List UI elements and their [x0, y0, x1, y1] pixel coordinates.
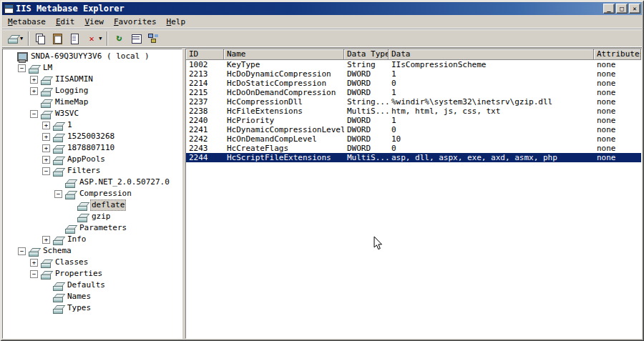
cell-name: HcDynamicCompressionLevel [224, 125, 344, 134]
tree-item-label: 1 [66, 120, 74, 130]
menu-item-view[interactable]: View [79, 16, 109, 28]
table-row-2237[interactable]: 2237HcCompressionDllString...%windir%\sy… [186, 97, 641, 107]
expand-icon[interactable]: + [30, 76, 38, 84]
column-header-data-type[interactable]: Data Type [344, 49, 389, 60]
tree-item-label: Types [66, 303, 92, 313]
expand-icon[interactable]: + [42, 236, 50, 244]
cell-attributes: none [594, 88, 641, 97]
expand-icon[interactable]: + [42, 122, 50, 129]
table-row-2238[interactable]: 2238HcFileExtensionsMultiS...htm, html, … [186, 107, 641, 116]
refresh-button[interactable] [110, 31, 127, 46]
collapse-icon[interactable]: − [42, 167, 50, 175]
tree-item-1[interactable]: +1 [3, 119, 182, 131]
network-icon [147, 33, 159, 44]
tree-item-deflate[interactable]: deflate [3, 199, 182, 211]
expand-icon[interactable]: + [30, 87, 38, 95]
cell-name: HcDoDynamicCompression [224, 69, 344, 79]
collapse-icon[interactable]: − [18, 64, 26, 72]
expand-icon[interactable]: + [30, 259, 38, 267]
tree-item-iisadmin[interactable]: +IISADMIN [3, 74, 182, 85]
connect-button[interactable] [145, 31, 162, 46]
tree-item-logging[interactable]: +Logging [3, 85, 182, 97]
maximize-button[interactable]: □ [616, 4, 628, 14]
menu-item-favorites[interactable]: Favorites [109, 16, 162, 28]
tree-item-parameters[interactable]: Parameters [3, 222, 182, 234]
table-row-2243[interactable]: 2243HcCreateFlagsDWORD0none [186, 144, 641, 153]
tree-item-label: ASP.NET_2.0.50727.0 [78, 177, 171, 187]
expand-icon[interactable]: + [42, 144, 50, 152]
table-row-2244[interactable]: 2244HcScriptFileExtensionsMultiS...asp, … [186, 153, 641, 162]
tree-item-apppools[interactable]: +AppPools [3, 154, 182, 165]
dropdown-caret-icon[interactable]: ▼ [20, 31, 23, 46]
tree-item-asp-net-2-0-50727-0[interactable]: ASP.NET_2.0.50727.0 [3, 177, 182, 188]
delete-button[interactable]: ▼ [83, 31, 104, 46]
tree-item-types[interactable]: Types [3, 302, 182, 314]
table-row-2241[interactable]: 2241HcDynamicCompressionLevelDWORD0none [186, 125, 641, 134]
cell-name: HcScriptFileExtensions [224, 153, 344, 162]
key-icon [40, 97, 52, 107]
cell-data-type: MultiS... [344, 153, 389, 162]
computer-icon [16, 51, 27, 61]
cell-attributes: none [594, 60, 641, 69]
tree-item-w3svc[interactable]: −W3SVC [3, 108, 182, 119]
collapse-icon[interactable]: − [30, 110, 38, 118]
tree-item-properties[interactable]: −Properties [3, 268, 182, 280]
minimize-button[interactable]: _ [603, 4, 615, 14]
cell-name: HcCreateFlags [224, 144, 344, 153]
tree-item-label: Names [66, 292, 92, 302]
cell-name: KeyType [224, 60, 344, 69]
tree-item-1878807110[interactable]: +1878807110 [3, 142, 182, 154]
tree-item-label: 1878807110 [66, 143, 116, 153]
column-header-attributes[interactable]: Attributes [594, 49, 641, 60]
cell-attributes: none [594, 69, 641, 79]
expand-icon[interactable]: + [42, 133, 50, 141]
table-row-2213[interactable]: 2213HcDoDynamicCompressionDWORD1none [186, 69, 641, 79]
paste-button[interactable] [49, 31, 66, 46]
tree-item-info[interactable]: +Info [3, 234, 182, 245]
collapse-icon[interactable]: − [54, 190, 62, 198]
tree-item-filters[interactable]: −Filters [3, 165, 182, 177]
collapse-icon[interactable]: − [30, 270, 38, 278]
close-button[interactable]: ✕ [629, 4, 640, 14]
cell-data-type: DWORD [344, 144, 389, 153]
menu-item-help[interactable]: Help [162, 16, 191, 28]
key-icon [40, 86, 52, 96]
table-row-2214[interactable]: 2214HcDoStaticCompressionDWORD0none [186, 79, 641, 88]
title-bar[interactable]: IIS Metabase Explorer _ □ ✕ [2, 2, 642, 15]
tree-item-classes[interactable]: +Classes [3, 257, 182, 268]
cell-id: 2214 [186, 79, 224, 88]
table-row-2240[interactable]: 2240HcPriorityDWORD1none [186, 116, 641, 125]
tree-item-mimemap[interactable]: MimeMap [3, 97, 182, 108]
cell-attributes: none [594, 116, 641, 125]
collapse-icon[interactable]: − [18, 247, 26, 255]
cell-data-type: DWORD [344, 116, 389, 125]
table-row-2215[interactable]: 2215HcDoOnDemandCompressionDWORD1none [186, 88, 641, 97]
table-row-2242[interactable]: 2242HcOnDemandCompLevelDWORD10none [186, 134, 641, 144]
dropdown-caret-icon[interactable]: ▼ [99, 31, 102, 46]
column-header-id[interactable]: ID [186, 49, 224, 60]
tree-item-gzip[interactable]: gzip [3, 211, 182, 222]
column-header-name[interactable]: Name [224, 49, 344, 60]
tree-item-schema[interactable]: −Schema [3, 245, 182, 257]
table-row-1002[interactable]: 1002KeyTypeStringIIsCompressionSchemenon… [186, 60, 641, 69]
tree-item-names[interactable]: Names [3, 291, 182, 302]
tree-item-defaults[interactable]: Defaults [3, 280, 182, 291]
tree-item-1525003268[interactable]: +1525003268 [3, 131, 182, 142]
key-icon [64, 189, 76, 199]
key-icon [64, 177, 76, 187]
menu-item-metabase[interactable]: Metabase [3, 16, 51, 28]
properties-button[interactable] [127, 31, 145, 46]
window-title: IIS Metabase Explorer [16, 4, 603, 14]
new-key-button[interactable]: ▼ [4, 31, 26, 46]
tree-item-label: SNDA-69Q3UYY3V6 ( local ) [29, 51, 151, 61]
export-button[interactable] [66, 31, 83, 46]
tree-item-label: Classes [54, 257, 89, 267]
tree-item-snda-69q3uyy3v6-local[interactable]: SNDA-69Q3UYY3V6 ( local ) [3, 51, 182, 62]
copy-button[interactable] [31, 31, 49, 46]
column-header-data[interactable]: Data [389, 49, 594, 60]
menu-item-edit[interactable]: Edit [51, 16, 80, 28]
expand-icon[interactable]: + [42, 156, 50, 164]
tree-item-lm[interactable]: −LM [3, 62, 182, 74]
cell-data: 0 [389, 125, 594, 134]
tree-item-compression[interactable]: −Compression [3, 188, 182, 199]
